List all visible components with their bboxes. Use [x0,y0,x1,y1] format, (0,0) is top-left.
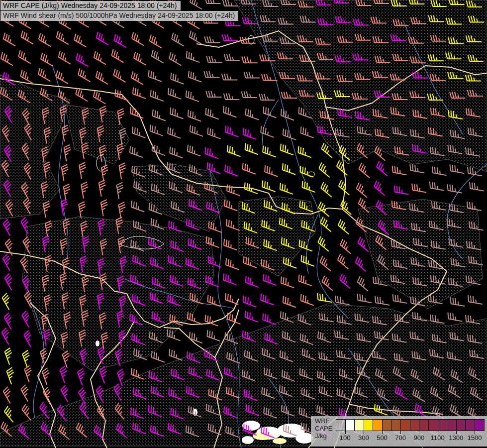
wind-barb [130,71,146,85]
wind-barb [261,181,278,192]
wind-barb [244,109,261,120]
legend-tickmark [419,431,419,434]
wind-barb [222,106,239,117]
weather-map [0,0,487,448]
wind-barb [261,313,278,325]
wind-barb [205,0,220,3]
wind-barb [203,147,220,159]
wind-barb [100,200,109,216]
wind-barb [206,56,222,63]
legend-tick-value: 500 [377,434,388,442]
wind-barb [99,366,110,383]
legend-tick-value: 1500 [468,434,482,442]
wind-barb [1,328,14,344]
wind-barb [316,293,333,302]
wind-barb [188,31,204,44]
wind-barb [318,162,334,177]
wind-barb [19,31,36,44]
wind-barb [469,182,485,191]
legend-tickmark [475,431,475,434]
wind-barb [222,74,237,80]
wind-barb [299,255,316,266]
wind-barb [64,145,73,161]
wind-barb [373,181,389,196]
wind-barb [241,91,257,98]
wind-barb [224,54,240,61]
wind-barb [2,254,15,270]
wind-barb [449,164,465,173]
wind-barb [299,126,316,138]
wind-barb [185,51,202,63]
wind-barb [37,33,54,47]
wind-barb [280,277,296,288]
wind-barb [113,90,130,101]
wind-barb [95,32,111,45]
wind-barb [297,275,314,286]
wind-barb [2,33,18,46]
wind-barb [81,182,90,199]
wind-barb [431,166,448,175]
title-cape: WRF CAPE (J/kg) Wednesday 24-09-2025 18:… [0,0,181,11]
legend-tick-value: 1300 [449,434,463,442]
wind-barb [21,311,34,327]
legend-tickmark [345,431,346,434]
wind-barb [447,313,463,322]
urban-stipple-regions [0,0,487,446]
wind-barb [4,273,17,290]
wind-barb [168,52,184,66]
legend-cell [354,419,364,431]
wind-barb [148,35,165,48]
wind-barb [167,88,184,100]
legend-cell [410,419,420,431]
legend-label-line3: J/kg [315,432,332,440]
legend-cell [373,419,383,431]
wind-barb [75,53,91,67]
wind-barb [129,107,146,118]
wind-barb [204,108,221,119]
wind-barb [17,50,33,64]
wind-barb [151,110,168,121]
wind-barb [391,294,408,303]
wind-barb [55,31,72,45]
wind-barb [4,348,15,365]
wind-barb [19,70,35,83]
wind-barb [334,296,351,305]
legend-tickmark [364,431,364,434]
wind-barb [130,32,147,46]
legend-tickmark [382,431,383,434]
legend-tickmark [438,431,438,434]
wind-barb [60,385,74,402]
wind-barb [224,125,241,137]
wind-barb [339,200,355,215]
wind-barb [226,145,243,157]
wind-barb [166,127,183,138]
wind-barb [79,202,88,218]
wind-barb [185,91,201,102]
wind-barb [337,220,353,234]
wind-barb [2,387,16,403]
legend-tick-value: 700 [395,434,406,442]
wind-barb [59,366,71,383]
wind-barb [130,201,147,212]
legend-cell [447,419,457,431]
legend-cell [364,419,374,431]
wind-barb [262,274,279,286]
wind-barb [391,166,407,175]
wind-barb [37,68,53,81]
legend-tick-value: 300 [358,434,369,442]
wind-barb [204,71,219,78]
wind-barb [354,256,370,271]
wind-barb [3,406,18,422]
wind-barb [148,124,165,136]
wind-barb [98,180,107,197]
wind-barb [280,109,296,120]
wind-barb [259,94,275,100]
wind-barb [222,274,239,285]
wind-barb [61,164,70,181]
legend-tickmark [456,431,457,434]
legend-tickmark [400,431,401,434]
wind-barb [319,217,335,232]
wind-barb [204,36,220,43]
wind-barb [224,258,241,270]
wind-barb [299,294,316,306]
